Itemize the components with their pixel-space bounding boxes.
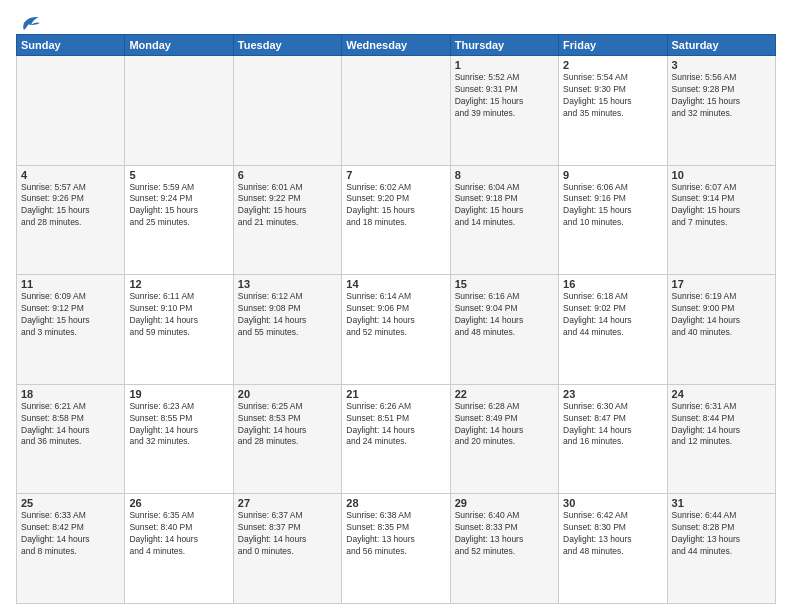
calendar-table: SundayMondayTuesdayWednesdayThursdayFrid…: [16, 34, 776, 604]
day-info: Sunrise: 5:52 AM Sunset: 9:31 PM Dayligh…: [455, 72, 554, 120]
day-info: Sunrise: 6:06 AM Sunset: 9:16 PM Dayligh…: [563, 182, 662, 230]
day-number: 20: [238, 388, 337, 400]
calendar-week-row: 25Sunrise: 6:33 AM Sunset: 8:42 PM Dayli…: [17, 494, 776, 604]
day-number: 11: [21, 278, 120, 290]
calendar-week-row: 18Sunrise: 6:21 AM Sunset: 8:58 PM Dayli…: [17, 384, 776, 494]
day-number: 17: [672, 278, 771, 290]
day-number: 4: [21, 169, 120, 181]
col-header-thursday: Thursday: [450, 35, 558, 56]
day-number: 3: [672, 59, 771, 71]
day-number: 15: [455, 278, 554, 290]
calendar-cell: [17, 56, 125, 166]
calendar-cell: [342, 56, 450, 166]
day-info: Sunrise: 5:54 AM Sunset: 9:30 PM Dayligh…: [563, 72, 662, 120]
day-number: 14: [346, 278, 445, 290]
page: SundayMondayTuesdayWednesdayThursdayFrid…: [0, 0, 792, 612]
calendar-cell: 29Sunrise: 6:40 AM Sunset: 8:33 PM Dayli…: [450, 494, 558, 604]
day-info: Sunrise: 6:07 AM Sunset: 9:14 PM Dayligh…: [672, 182, 771, 230]
col-header-sunday: Sunday: [17, 35, 125, 56]
day-info: Sunrise: 5:59 AM Sunset: 9:24 PM Dayligh…: [129, 182, 228, 230]
calendar-cell: 15Sunrise: 6:16 AM Sunset: 9:04 PM Dayli…: [450, 275, 558, 385]
day-info: Sunrise: 6:25 AM Sunset: 8:53 PM Dayligh…: [238, 401, 337, 449]
header: [16, 12, 776, 28]
day-info: Sunrise: 5:57 AM Sunset: 9:26 PM Dayligh…: [21, 182, 120, 230]
calendar-cell: 4Sunrise: 5:57 AM Sunset: 9:26 PM Daylig…: [17, 165, 125, 275]
calendar-cell: 23Sunrise: 6:30 AM Sunset: 8:47 PM Dayli…: [559, 384, 667, 494]
logo-bird-icon: [18, 12, 40, 34]
day-info: Sunrise: 5:56 AM Sunset: 9:28 PM Dayligh…: [672, 72, 771, 120]
day-info: Sunrise: 6:37 AM Sunset: 8:37 PM Dayligh…: [238, 510, 337, 558]
day-info: Sunrise: 6:33 AM Sunset: 8:42 PM Dayligh…: [21, 510, 120, 558]
day-info: Sunrise: 6:14 AM Sunset: 9:06 PM Dayligh…: [346, 291, 445, 339]
day-number: 12: [129, 278, 228, 290]
day-number: 24: [672, 388, 771, 400]
day-info: Sunrise: 6:11 AM Sunset: 9:10 PM Dayligh…: [129, 291, 228, 339]
day-number: 7: [346, 169, 445, 181]
calendar-week-row: 1Sunrise: 5:52 AM Sunset: 9:31 PM Daylig…: [17, 56, 776, 166]
day-info: Sunrise: 6:16 AM Sunset: 9:04 PM Dayligh…: [455, 291, 554, 339]
day-number: 6: [238, 169, 337, 181]
calendar-cell: 16Sunrise: 6:18 AM Sunset: 9:02 PM Dayli…: [559, 275, 667, 385]
calendar-cell: 21Sunrise: 6:26 AM Sunset: 8:51 PM Dayli…: [342, 384, 450, 494]
col-header-saturday: Saturday: [667, 35, 775, 56]
calendar-cell: 31Sunrise: 6:44 AM Sunset: 8:28 PM Dayli…: [667, 494, 775, 604]
day-number: 29: [455, 497, 554, 509]
day-info: Sunrise: 6:28 AM Sunset: 8:49 PM Dayligh…: [455, 401, 554, 449]
day-info: Sunrise: 6:02 AM Sunset: 9:20 PM Dayligh…: [346, 182, 445, 230]
day-number: 28: [346, 497, 445, 509]
calendar-week-row: 4Sunrise: 5:57 AM Sunset: 9:26 PM Daylig…: [17, 165, 776, 275]
calendar-cell: 17Sunrise: 6:19 AM Sunset: 9:00 PM Dayli…: [667, 275, 775, 385]
calendar-cell: 7Sunrise: 6:02 AM Sunset: 9:20 PM Daylig…: [342, 165, 450, 275]
day-info: Sunrise: 6:38 AM Sunset: 8:35 PM Dayligh…: [346, 510, 445, 558]
calendar-header-row: SundayMondayTuesdayWednesdayThursdayFrid…: [17, 35, 776, 56]
calendar-cell: 13Sunrise: 6:12 AM Sunset: 9:08 PM Dayli…: [233, 275, 341, 385]
day-number: 2: [563, 59, 662, 71]
day-number: 25: [21, 497, 120, 509]
day-info: Sunrise: 6:23 AM Sunset: 8:55 PM Dayligh…: [129, 401, 228, 449]
calendar-cell: 14Sunrise: 6:14 AM Sunset: 9:06 PM Dayli…: [342, 275, 450, 385]
calendar-cell: 20Sunrise: 6:25 AM Sunset: 8:53 PM Dayli…: [233, 384, 341, 494]
day-info: Sunrise: 6:09 AM Sunset: 9:12 PM Dayligh…: [21, 291, 120, 339]
logo: [16, 12, 40, 28]
calendar-cell: 19Sunrise: 6:23 AM Sunset: 8:55 PM Dayli…: [125, 384, 233, 494]
day-number: 18: [21, 388, 120, 400]
day-info: Sunrise: 6:26 AM Sunset: 8:51 PM Dayligh…: [346, 401, 445, 449]
day-info: Sunrise: 6:19 AM Sunset: 9:00 PM Dayligh…: [672, 291, 771, 339]
day-number: 27: [238, 497, 337, 509]
col-header-wednesday: Wednesday: [342, 35, 450, 56]
day-info: Sunrise: 6:04 AM Sunset: 9:18 PM Dayligh…: [455, 182, 554, 230]
day-number: 8: [455, 169, 554, 181]
calendar-cell: 3Sunrise: 5:56 AM Sunset: 9:28 PM Daylig…: [667, 56, 775, 166]
day-info: Sunrise: 6:21 AM Sunset: 8:58 PM Dayligh…: [21, 401, 120, 449]
day-number: 30: [563, 497, 662, 509]
col-header-tuesday: Tuesday: [233, 35, 341, 56]
day-info: Sunrise: 6:12 AM Sunset: 9:08 PM Dayligh…: [238, 291, 337, 339]
day-info: Sunrise: 6:31 AM Sunset: 8:44 PM Dayligh…: [672, 401, 771, 449]
calendar-cell: 1Sunrise: 5:52 AM Sunset: 9:31 PM Daylig…: [450, 56, 558, 166]
calendar-cell: 10Sunrise: 6:07 AM Sunset: 9:14 PM Dayli…: [667, 165, 775, 275]
calendar-cell: 18Sunrise: 6:21 AM Sunset: 8:58 PM Dayli…: [17, 384, 125, 494]
calendar-cell: 25Sunrise: 6:33 AM Sunset: 8:42 PM Dayli…: [17, 494, 125, 604]
calendar: SundayMondayTuesdayWednesdayThursdayFrid…: [16, 34, 776, 604]
day-info: Sunrise: 6:35 AM Sunset: 8:40 PM Dayligh…: [129, 510, 228, 558]
day-number: 1: [455, 59, 554, 71]
calendar-cell: 8Sunrise: 6:04 AM Sunset: 9:18 PM Daylig…: [450, 165, 558, 275]
calendar-cell: 11Sunrise: 6:09 AM Sunset: 9:12 PM Dayli…: [17, 275, 125, 385]
day-info: Sunrise: 6:01 AM Sunset: 9:22 PM Dayligh…: [238, 182, 337, 230]
calendar-cell: 9Sunrise: 6:06 AM Sunset: 9:16 PM Daylig…: [559, 165, 667, 275]
day-number: 9: [563, 169, 662, 181]
calendar-cell: 22Sunrise: 6:28 AM Sunset: 8:49 PM Dayli…: [450, 384, 558, 494]
calendar-cell: [233, 56, 341, 166]
day-number: 19: [129, 388, 228, 400]
col-header-friday: Friday: [559, 35, 667, 56]
day-number: 21: [346, 388, 445, 400]
col-header-monday: Monday: [125, 35, 233, 56]
calendar-week-row: 11Sunrise: 6:09 AM Sunset: 9:12 PM Dayli…: [17, 275, 776, 385]
day-number: 26: [129, 497, 228, 509]
day-number: 10: [672, 169, 771, 181]
calendar-cell: 28Sunrise: 6:38 AM Sunset: 8:35 PM Dayli…: [342, 494, 450, 604]
day-info: Sunrise: 6:40 AM Sunset: 8:33 PM Dayligh…: [455, 510, 554, 558]
calendar-cell: 24Sunrise: 6:31 AM Sunset: 8:44 PM Dayli…: [667, 384, 775, 494]
calendar-cell: 26Sunrise: 6:35 AM Sunset: 8:40 PM Dayli…: [125, 494, 233, 604]
calendar-cell: 5Sunrise: 5:59 AM Sunset: 9:24 PM Daylig…: [125, 165, 233, 275]
